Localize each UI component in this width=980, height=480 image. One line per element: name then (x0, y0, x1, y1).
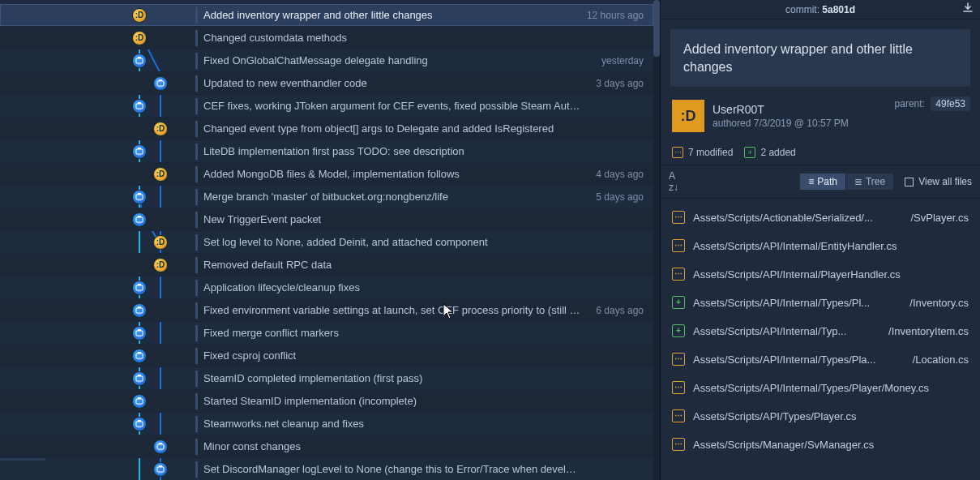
commit-message: Set DiscordManager logLevel to None (cha… (195, 463, 580, 475)
file-row[interactable]: ⋯Assets/Scripts/Manager/SvManager.cs (667, 431, 974, 458)
commit-message: LiteDB implementation first pass TODO: s… (195, 145, 580, 157)
commit-message: Fixed merge conflict markers (195, 327, 580, 339)
commit-row[interactable]: Steamworks.net cleanup and fixes (0, 413, 653, 435)
scrollbar[interactable] (653, 0, 660, 480)
commit-row[interactable]: :DSet log level to None, added Deinit, a… (0, 231, 653, 254)
file-path: Assets/Scripts/API/Internal/EntityHandle… (693, 240, 969, 252)
commit-avatar-icon (132, 371, 147, 386)
commit-message: Merge branch 'master' of bitbucket.org:n… (195, 191, 580, 203)
svg-rect-0 (136, 58, 143, 63)
author-name[interactable]: UserR00T (713, 103, 849, 116)
svg-rect-11 (138, 216, 141, 217)
commit-avatar-icon: :D (153, 258, 168, 272)
commit-row[interactable]: Minor const changes (0, 435, 653, 458)
parent-tag[interactable]: parent: 49fe53 (895, 98, 970, 109)
svg-rect-4 (136, 104, 143, 109)
commit-message: Added MongoDB files & Model, implementat… (195, 168, 580, 180)
file-modified-icon: ⋯ (672, 438, 685, 451)
commit-time: 4 days ago (580, 169, 653, 180)
download-icon[interactable] (962, 2, 974, 16)
svg-rect-5 (138, 102, 141, 104)
commit-row[interactable]: Fixed merge conflict markers (0, 322, 653, 345)
path-view-button[interactable]: ≡ Path (800, 174, 845, 190)
svg-rect-25 (138, 420, 141, 422)
file-row[interactable]: ⋯Assets/Scripts/API/Internal/Types/Playe… (667, 374, 974, 401)
parent-hash[interactable]: 49fe53 (931, 96, 970, 111)
commit-hash[interactable]: 5a801d (822, 4, 855, 15)
view-all-files[interactable]: View all files (905, 176, 972, 187)
view-segmented: ≡ Path ≣ Tree (800, 174, 893, 190)
file-row[interactable]: ⋯Assets/Scripts/API/Internal/PlayerHandl… (667, 260, 974, 288)
avatar[interactable]: :D (672, 100, 704, 132)
commit-avatar-icon: :D (132, 31, 147, 45)
svg-rect-21 (138, 375, 141, 376)
svg-rect-26 (157, 444, 164, 449)
authored-label: authored (713, 118, 751, 129)
file-path: Assets/Scripts/Manager/SvManager.cs (693, 439, 969, 451)
commit-message: Fixed OnGlobalChatMessage delegate handl… (195, 54, 580, 66)
commit-row[interactable]: :DRemoved default RPC data (0, 254, 653, 276)
commit-row[interactable]: :DChanged event type from object[] args … (0, 118, 653, 140)
commit-row[interactable]: Started SteamID implementation (incomple… (0, 390, 653, 413)
svg-rect-10 (136, 217, 143, 222)
commit-row[interactable]: New TriggerEvent packet (0, 208, 653, 231)
file-row[interactable]: +Assets/Scripts/API/Internal/Types/Pl...… (667, 289, 974, 316)
commit-row[interactable]: Application lifecycle/cleanup fixes (0, 276, 653, 299)
commit-row[interactable]: :DChanged customdata methods (0, 27, 653, 49)
commit-message: Changed customdata methods (195, 32, 580, 44)
authored-date: 7/3/2019 @ 10:57 PM (754, 118, 849, 129)
commit-row[interactable]: :DAdded inventory wrapper and other litt… (0, 4, 653, 27)
commit-row[interactable]: Set DiscordManager logLevel to None (cha… (0, 458, 653, 480)
file-modified-icon: ⋯ (672, 381, 685, 394)
commit-message: Minor const changes (195, 440, 580, 452)
tree-icon: ≣ (854, 176, 862, 187)
commit-row[interactable]: CEF fixes, working JToken argument for C… (0, 95, 653, 118)
commit-row[interactable]: Updated to new eventhandler code3 days a… (0, 72, 653, 95)
commit-avatar-icon (132, 394, 147, 409)
commit-row[interactable]: LiteDB implementation first pass TODO: s… (0, 140, 653, 163)
svg-rect-14 (136, 308, 143, 313)
commit-avatar-icon (132, 212, 147, 227)
file-row[interactable]: ⋯Assets/Scripts/Actionable/Serialized/..… (667, 204, 974, 231)
commit-row[interactable]: Fixed csproj conflict (0, 345, 653, 367)
commit-row[interactable]: :DAdded MongoDB files & Model, implement… (0, 163, 653, 186)
commit-message: Fixed csproj conflict (195, 349, 580, 362)
file-row[interactable]: +Assets/Scripts/API/Internal/Typ.../Inve… (667, 317, 974, 345)
commit-message: New TriggerEvent packet (195, 213, 580, 225)
commit-row[interactable]: Fixed environment variable settings at l… (0, 299, 653, 322)
file-modified-icon: ⋯ (672, 268, 685, 281)
file-path: Assets/Scripts/API/Internal/Types/Pla... (693, 354, 909, 366)
svg-rect-12 (136, 285, 143, 290)
tree-view-button[interactable]: ≣ Tree (845, 174, 893, 190)
commit-avatar-icon (132, 144, 147, 159)
commit-row[interactable]: SteamID completed implementation (first … (0, 367, 653, 390)
svg-rect-15 (138, 306, 141, 308)
commit-avatar-icon (132, 190, 147, 204)
commit-avatar-icon (153, 76, 168, 91)
file-modified-icon: ⋯ (672, 211, 685, 224)
commit-time: 12 hours ago (580, 10, 653, 21)
file-row[interactable]: ⋯Assets/Scripts/API/Types/Player.cs (667, 402, 974, 430)
commit-avatar-icon: :D (153, 235, 168, 250)
svg-rect-27 (159, 443, 162, 444)
scrollbar-thumb[interactable] (653, 0, 660, 57)
commit-message: Application lifecycle/cleanup fixes (195, 281, 580, 294)
svg-rect-22 (136, 399, 143, 404)
file-row[interactable]: ⋯Assets/Scripts/API/Internal/EntityHandl… (667, 232, 974, 259)
commit-avatar-icon (132, 303, 147, 318)
checkbox-icon[interactable] (905, 178, 914, 186)
commit-avatar-icon (132, 417, 147, 431)
commit-avatar-icon (132, 349, 147, 363)
author-row: :D UserR00T authored 7/3/2019 @ 10:57 PM… (661, 96, 980, 140)
commit-row[interactable]: Merge branch 'master' of bitbucket.org:n… (0, 186, 653, 208)
commit-message: Added inventory wrapper and other little… (195, 9, 580, 21)
commit-row[interactable]: Fixed OnGlobalChatMessage delegate handl… (0, 49, 653, 72)
commit-message: CEF fixes, working JToken argument for C… (195, 100, 580, 112)
file-row[interactable]: ⋯Assets/Scripts/API/Internal/Types/Pla..… (667, 345, 974, 373)
added-icon: + (744, 147, 755, 158)
file-suffix: /Inventory.cs (909, 297, 969, 309)
file-modified-icon: ⋯ (672, 239, 685, 252)
svg-rect-19 (138, 352, 141, 354)
sort-icon[interactable]: Az↓ (669, 170, 682, 193)
file-path: Assets/Scripts/API/Internal/Typ... (693, 325, 885, 337)
